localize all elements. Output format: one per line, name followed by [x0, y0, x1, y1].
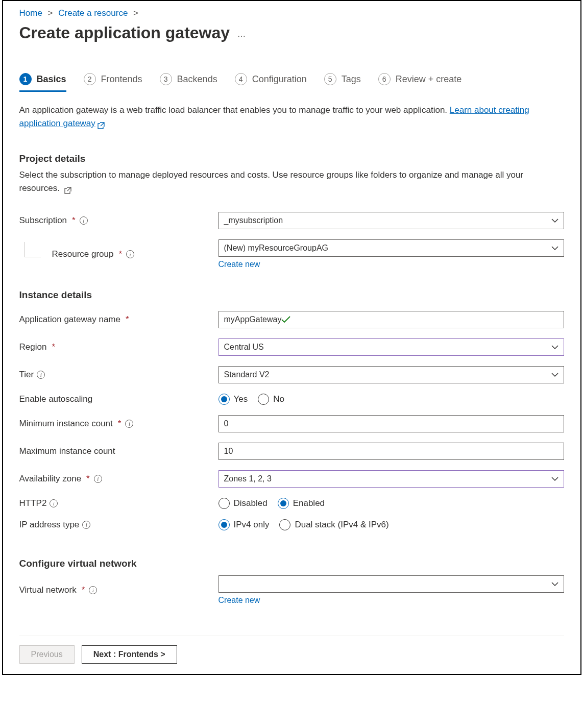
breadcrumb-create-resource[interactable]: Create a resource: [58, 8, 128, 18]
ip-type-radio-group: IPv4 only Dual stack (IPv4 & IPv6): [218, 519, 564, 530]
max-instance-value: 10: [224, 447, 233, 456]
chevron-right-icon: >: [130, 8, 141, 18]
step-badge: 5: [324, 73, 336, 85]
http2-enabled-radio[interactable]: Enabled: [278, 498, 325, 509]
autoscale-yes-radio[interactable]: Yes: [218, 394, 248, 405]
region-label: Region*: [19, 342, 218, 352]
chevron-down-icon: [551, 372, 558, 377]
resource-group-select[interactable]: (New) myResourceGroupAG: [218, 239, 564, 257]
section-project-details: Project details: [19, 153, 564, 164]
info-icon[interactable]: i: [125, 420, 133, 428]
http2-label: HTTP2 i: [19, 498, 218, 508]
app-gateway-name-value: myAppGateway: [224, 315, 282, 324]
tab-label: Review + create: [396, 74, 462, 85]
breadcrumb: Home > Create a resource >: [19, 8, 564, 18]
tab-label: Basics: [37, 74, 66, 85]
chevron-right-icon: >: [45, 8, 56, 18]
autoscale-label: Enable autoscaling: [19, 394, 218, 404]
resource-group-value: (New) myResourceGroupAG: [224, 244, 329, 253]
info-icon[interactable]: i: [50, 499, 58, 507]
autoscale-no-radio[interactable]: No: [258, 394, 284, 405]
subscription-value: _mysubscription: [224, 216, 283, 225]
tab-label: Backends: [177, 74, 217, 85]
region-value: Central US: [224, 343, 264, 352]
tab-configuration[interactable]: 4 Configuration: [235, 73, 307, 92]
page-title: Create application gateway: [19, 23, 230, 42]
info-icon[interactable]: i: [82, 521, 90, 529]
ip-v4-radio[interactable]: IPv4 only: [218, 519, 270, 530]
wizard-footer: Previous Next : Frontends >: [19, 636, 564, 664]
ip-dual-radio[interactable]: Dual stack (IPv4 & IPv6): [279, 519, 388, 530]
max-instance-label: Maximum instance count: [19, 446, 218, 456]
section-configure-vnet: Configure virtual network: [19, 558, 564, 569]
previous-button: Previous: [19, 645, 75, 664]
external-link-icon: [98, 120, 105, 127]
min-instance-value: 0: [224, 419, 229, 428]
resource-group-create-new-link[interactable]: Create new: [218, 260, 260, 269]
tier-label: Tier i: [19, 370, 218, 380]
tier-value: Standard V2: [224, 370, 270, 379]
tab-label: Frontends: [101, 74, 142, 85]
radio-label: Yes: [234, 394, 248, 404]
http2-radio-group: Disabled Enabled: [218, 498, 564, 509]
step-badge: 4: [235, 73, 247, 85]
subscription-label: Subscription* i: [19, 215, 218, 226]
chevron-down-icon: [551, 476, 558, 481]
radio-label: Enabled: [293, 498, 325, 508]
availability-zone-select[interactable]: Zones 1, 2, 3: [218, 470, 564, 488]
wizard-tabs: 1 Basics 2 Frontends 3 Backends 4 Config…: [19, 73, 564, 92]
tab-review-create[interactable]: 6 Review + create: [378, 73, 462, 92]
chevron-down-icon: [551, 345, 558, 350]
step-badge: 3: [160, 73, 172, 85]
region-select[interactable]: Central US: [218, 338, 564, 356]
intro-text: An application gateway is a web traffic …: [19, 104, 564, 130]
section-project-details-desc: Select the subscription to manage deploy…: [19, 168, 564, 195]
next-button[interactable]: Next : Frontends >: [82, 645, 177, 664]
tab-label: Configuration: [252, 74, 307, 85]
step-badge: 2: [84, 73, 96, 85]
ip-type-label: IP address type i: [19, 520, 218, 530]
min-instance-input[interactable]: 0: [218, 415, 564, 432]
tab-tags[interactable]: 5 Tags: [324, 73, 361, 92]
vnet-create-new-link[interactable]: Create new: [218, 596, 260, 605]
step-badge: 1: [19, 73, 32, 85]
info-icon[interactable]: i: [89, 586, 97, 594]
tab-frontends[interactable]: 2 Frontends: [84, 73, 142, 92]
resource-group-label: Resource group* i: [19, 249, 218, 259]
chevron-down-icon: [551, 246, 558, 251]
radio-label: No: [273, 394, 284, 404]
info-icon[interactable]: i: [126, 250, 134, 258]
tier-select[interactable]: Standard V2: [218, 366, 564, 383]
radio-label: Dual stack (IPv4 & IPv6): [295, 520, 388, 530]
availability-zone-value: Zones 1, 2, 3: [224, 474, 272, 483]
info-icon[interactable]: i: [94, 475, 102, 483]
check-icon: [281, 316, 290, 323]
vnet-label: Virtual network* i: [19, 585, 218, 595]
radio-label: IPv4 only: [234, 520, 270, 530]
radio-label: Disabled: [234, 498, 268, 508]
more-actions-icon[interactable]: ⋯: [237, 31, 247, 41]
tree-line-icon: [25, 242, 41, 257]
info-icon[interactable]: i: [80, 216, 88, 225]
subscription-select[interactable]: _mysubscription: [218, 212, 564, 229]
breadcrumb-home[interactable]: Home: [19, 8, 42, 18]
vnet-select[interactable]: [218, 575, 564, 593]
intro-body: An application gateway is a web traffic …: [19, 105, 450, 115]
app-gateway-name-label: Application gateway name*: [19, 314, 218, 325]
section-instance-details: Instance details: [19, 289, 564, 301]
max-instance-input[interactable]: 10: [218, 443, 564, 460]
tab-label: Tags: [342, 74, 361, 85]
info-icon[interactable]: i: [37, 371, 45, 379]
min-instance-label: Minimum instance count* i: [19, 419, 218, 429]
chevron-down-icon: [551, 218, 558, 223]
tab-backends[interactable]: 3 Backends: [160, 73, 217, 92]
chevron-down-icon: [551, 581, 558, 587]
external-link-icon: [64, 185, 71, 192]
http2-disabled-radio[interactable]: Disabled: [218, 498, 268, 509]
availability-zone-label: Availability zone* i: [19, 474, 218, 484]
app-gateway-name-input[interactable]: myAppGateway: [218, 311, 564, 328]
autoscale-radio-group: Yes No: [218, 394, 564, 405]
step-badge: 6: [378, 73, 391, 85]
tab-basics[interactable]: 1 Basics: [19, 73, 66, 92]
